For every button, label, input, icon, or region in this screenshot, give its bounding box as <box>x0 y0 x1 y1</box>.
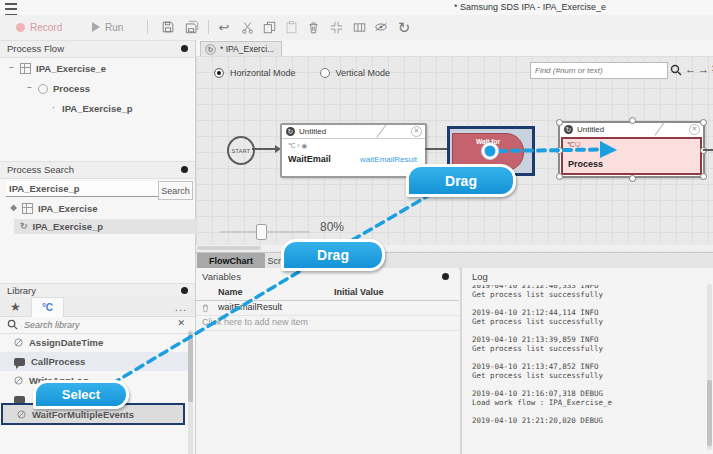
scrollbar-thumb[interactable] <box>197 246 261 250</box>
variable-name[interactable]: waitEmailResult <box>218 302 282 312</box>
more-options-button[interactable]: ... <box>175 301 187 313</box>
node-mini-icons: ℃🗨 <box>567 141 581 149</box>
library-scrollbar[interactable] <box>188 330 193 454</box>
search-icon <box>7 319 18 330</box>
collapse-icon[interactable]: − <box>26 85 33 92</box>
start-node[interactable]: START <box>227 136 255 165</box>
delete-button[interactable] <box>305 19 321 35</box>
flowchart-canvas[interactable]: Horizontal Mode Vertical Mode ← → ✕ STAR… <box>196 56 713 252</box>
find-input[interactable] <box>530 62 668 79</box>
library-item-assigndatetime[interactable]: AssignDateTime <box>0 333 188 352</box>
window-title: * Samsung SDS IPA - IPA_Exercise_e <box>380 2 680 12</box>
resize-handle[interactable] <box>700 173 707 180</box>
find-next-icon[interactable]: → <box>698 63 709 75</box>
tree-item-exercise-e[interactable]: − IPA_Exercise_e <box>8 63 106 74</box>
library-item-label: AssignDateTime <box>29 337 103 348</box>
horizontal-mode-option[interactable]: Horizontal Mode Vertical Mode <box>214 68 390 78</box>
close-icon[interactable]: ✕ <box>411 126 422 137</box>
close-icon[interactable]: ✕ <box>689 124 700 135</box>
save-all-button[interactable] <box>184 19 200 35</box>
fit-screen-button[interactable] <box>328 19 344 35</box>
log-panel: Log 2019-04-10 21:12:40,333 INFO Get pro… <box>460 268 713 454</box>
node-process[interactable]: ↻ Untitled ✕ ℃🗨 Process <box>558 121 705 178</box>
log-line: Get process list successfully <box>472 317 702 326</box>
vertical-mode-label: Vertical Mode <box>336 68 391 78</box>
resize-handle[interactable] <box>556 119 563 126</box>
tab-flowchart-label: FlowChart <box>209 256 253 266</box>
cut-button[interactable] <box>239 19 255 35</box>
zoom-slider-handle[interactable] <box>256 224 267 240</box>
resize-handle[interactable] <box>629 117 636 124</box>
log-line: Get process list successfully <box>472 344 702 353</box>
library-search-input[interactable] <box>22 317 171 333</box>
tab-favorites[interactable]: ★ <box>0 297 31 316</box>
node-header[interactable]: ↻ Untitled ✕ <box>560 123 703 136</box>
log-content[interactable]: 2019-04-10 21:12:40,333 INFO Get process… <box>472 285 702 449</box>
scrollbar-thumb[interactable] <box>707 380 712 446</box>
find-search-icon[interactable] <box>670 64 682 76</box>
canvas-hscrollbar[interactable] <box>196 245 713 251</box>
search-tree-result[interactable]: ↻ IPA_Exercise_p <box>14 219 196 234</box>
paste-button[interactable] <box>283 19 299 35</box>
add-variable-row[interactable]: Click here to add new item <box>196 315 459 331</box>
app-window: * Samsung SDS IPA - IPA_Exercise_e Recor… <box>0 0 713 454</box>
library-item-label: CallProcess <box>31 356 85 367</box>
collapse-icon[interactable]: − <box>8 65 15 72</box>
radio-unselected-icon[interactable] <box>320 68 330 78</box>
copy-button[interactable] <box>261 19 277 35</box>
scrollbar-thumb[interactable] <box>188 332 193 402</box>
tab-ipa-exercise[interactable]: ↻ * IPA_Exerci... <box>200 41 282 56</box>
divider <box>147 20 148 34</box>
resize-handle[interactable] <box>629 175 636 182</box>
resize-handle[interactable] <box>700 119 707 126</box>
undo-button[interactable]: ↩ <box>216 19 232 35</box>
radio-selected-icon[interactable] <box>214 68 224 78</box>
select-callout-label: Select <box>62 387 100 402</box>
tab-temperature[interactable]: °C <box>31 297 64 317</box>
add-variable-label: Click here to add new item <box>202 317 308 327</box>
library-item-callprocess[interactable]: CallProcess <box>0 352 188 371</box>
hide-button[interactable] <box>373 19 389 35</box>
canvas-tab-label: * IPA_Exerci... <box>220 44 274 54</box>
refresh-button[interactable]: ↻ <box>396 19 412 35</box>
collapse-icon[interactable]: ◆ <box>10 205 17 212</box>
search-button[interactable]: Search <box>158 181 193 200</box>
tree-label: IPA_Exercise <box>38 203 98 214</box>
variables-title: Variables <box>202 271 241 282</box>
columns-button[interactable] <box>351 19 367 35</box>
connector <box>252 148 275 150</box>
pin-icon[interactable] <box>442 273 449 280</box>
run-button[interactable]: Run <box>84 18 131 36</box>
waitfor-label: Wait for <box>453 138 523 145</box>
log-line <box>472 407 702 416</box>
delete-variable-icon[interactable] <box>201 303 210 313</box>
zoom-level-label: 80% <box>320 220 344 234</box>
save-button[interactable] <box>160 19 176 35</box>
log-scrollbar[interactable] <box>707 284 712 450</box>
library-search: ✕ <box>0 316 195 334</box>
resize-handle[interactable] <box>556 173 563 180</box>
pin-icon[interactable] <box>181 45 188 52</box>
fit-screen-icon <box>330 21 343 34</box>
pin-icon[interactable] <box>181 287 188 294</box>
variables-panel: Variables Name Initial Value waitEmailRe… <box>196 268 459 454</box>
process-search-input[interactable] <box>6 181 158 197</box>
find-prev-icon[interactable]: ← <box>685 63 696 75</box>
variable-row[interactable]: waitEmailResult <box>196 300 459 316</box>
process-tab-icon: ↻ <box>205 44 216 55</box>
paste-icon <box>285 21 298 34</box>
node-header[interactable]: ↻ Untitled ✕ <box>282 125 425 139</box>
log-title: Log <box>472 271 488 282</box>
clear-icon[interactable]: ✕ <box>177 318 185 328</box>
tree-item-exercise-p[interactable]: · IPA_Exercise_p <box>50 103 133 114</box>
log-line <box>472 380 702 389</box>
workflow-icon <box>22 203 33 214</box>
record-button[interactable]: Record <box>8 18 70 36</box>
search-tree-root[interactable]: ◆ IPA_Exercise <box>10 203 98 214</box>
tree-item-process[interactable]: − Process <box>26 83 90 94</box>
header-bevel <box>655 122 665 136</box>
node-waitemail[interactable]: ↻ Untitled ✕ ℃›◉ WaitEmail waitEmailResu… <box>280 123 427 178</box>
activity-result-variable[interactable]: waitEmailResult <box>360 155 417 164</box>
pin-icon[interactable] <box>181 166 188 173</box>
resize-handle[interactable] <box>556 147 563 154</box>
